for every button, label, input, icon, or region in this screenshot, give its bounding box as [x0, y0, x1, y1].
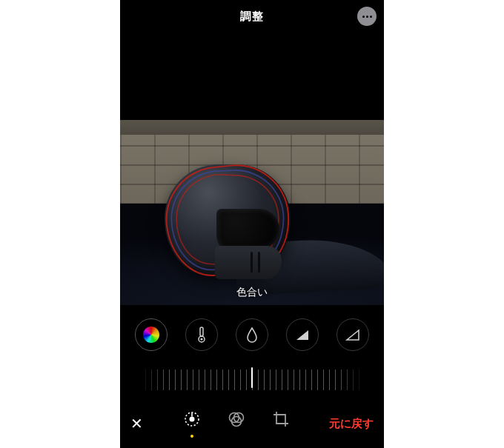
svg-point-2	[200, 338, 202, 340]
triangle-solid-icon	[294, 327, 311, 342]
revert-label: 元に戻す	[329, 417, 374, 431]
tab-indicator	[235, 435, 238, 438]
slider-thumb[interactable]	[251, 367, 253, 388]
adjust-warmth-button[interactable]	[185, 318, 218, 351]
adjustment-label: 色合い	[120, 286, 384, 299]
photo-editor-screen: 調整 色	[120, 0, 384, 448]
thermometer-icon	[194, 326, 209, 344]
droplet-icon	[245, 326, 259, 344]
more-button[interactable]	[357, 7, 377, 26]
tab-adjust[interactable]	[182, 409, 202, 438]
photo-canvas[interactable]: 色合い	[120, 120, 384, 305]
adjust-tint-button[interactable]	[135, 318, 168, 351]
header: 調整	[120, 0, 384, 33]
adjustment-slider[interactable]	[139, 367, 365, 392]
svg-rect-0	[200, 327, 203, 336]
tab-filters[interactable]	[227, 409, 246, 438]
cancel-button[interactable]: ✕	[130, 416, 143, 431]
bottom-toolbar: ✕	[120, 405, 384, 442]
filters-icon	[227, 409, 246, 432]
ellipsis-icon	[362, 16, 372, 18]
photo-image: 色合い	[120, 120, 384, 305]
tab-crop[interactable]	[271, 409, 291, 438]
rainbow-circle-icon	[143, 327, 159, 343]
revert-button[interactable]: 元に戻す	[329, 417, 374, 431]
adjustment-row[interactable]	[120, 312, 384, 357]
adjust-vignette-button[interactable]	[336, 318, 369, 351]
tab-indicator	[190, 435, 193, 438]
adjust-sharpness-button[interactable]	[236, 318, 268, 351]
tab-indicator	[279, 435, 282, 438]
adjust-definition-button[interactable]	[286, 318, 319, 351]
close-icon: ✕	[130, 416, 143, 431]
triangle-outline-icon	[345, 327, 361, 342]
svg-point-4	[189, 417, 194, 422]
page-title: 調整	[240, 10, 264, 24]
adjust-icon	[182, 409, 202, 432]
crop-icon	[271, 409, 291, 432]
